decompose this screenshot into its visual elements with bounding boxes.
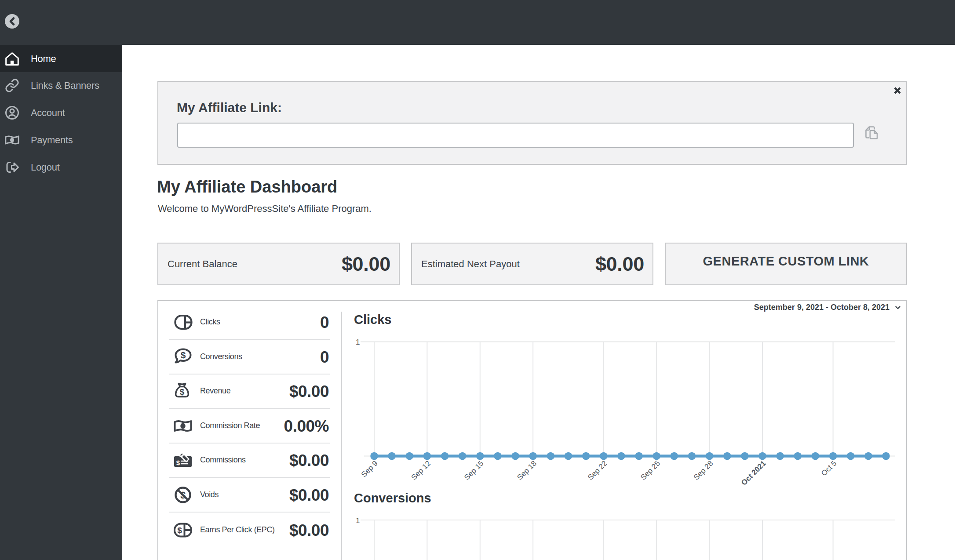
- svg-text:Sep 22: Sep 22: [586, 459, 609, 482]
- svg-text:Sep 15: Sep 15: [463, 459, 485, 482]
- svg-text:Oct 5: Oct 5: [820, 459, 838, 477]
- svg-text:Sep 12: Sep 12: [410, 459, 433, 482]
- svg-text:Oct 2021: Oct 2021: [740, 459, 768, 487]
- svg-text:Sep 28: Sep 28: [692, 459, 715, 482]
- svg-text:Sep 9: Sep 9: [360, 459, 379, 479]
- svg-text:Sep 25: Sep 25: [639, 459, 662, 482]
- svg-text:1: 1: [356, 338, 360, 346]
- svg-text:Sep 18: Sep 18: [515, 459, 538, 482]
- svg-text:1: 1: [356, 516, 360, 525]
